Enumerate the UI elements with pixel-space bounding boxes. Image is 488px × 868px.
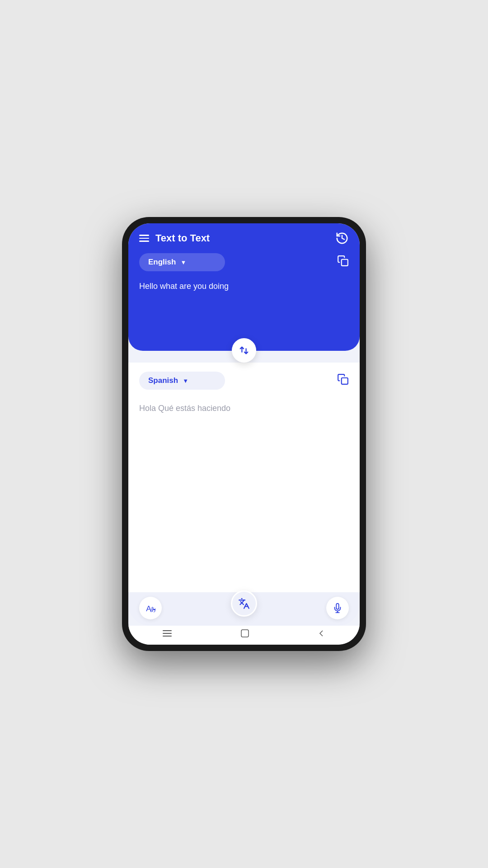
svg-rect-0 xyxy=(342,259,348,265)
history-icon[interactable] xyxy=(335,231,349,245)
source-language-chevron: ▼ xyxy=(180,259,186,266)
svg-rect-7 xyxy=(163,633,172,634)
target-language-selector[interactable]: Spanish ▼ xyxy=(139,372,225,390)
source-panel: Text to Text English ▼ xyxy=(128,223,360,351)
android-home-button[interactable] xyxy=(241,629,249,639)
source-text[interactable]: Hello what are you doing xyxy=(139,278,349,333)
svg-rect-1 xyxy=(342,377,348,384)
speak-button[interactable]: A あ xyxy=(139,597,162,619)
svg-rect-8 xyxy=(163,636,172,637)
target-panel: Spanish ▼ Hola Qué estás haciendo xyxy=(128,363,360,592)
android-back-button[interactable] xyxy=(318,630,325,639)
target-language-chevron: ▼ xyxy=(183,377,188,384)
source-language-row: English ▼ xyxy=(139,253,349,271)
android-nav-bar xyxy=(128,626,360,645)
menu-icon[interactable] xyxy=(139,235,149,242)
phone-shell: Text to Text English ▼ xyxy=(122,217,366,651)
target-language-label: Spanish xyxy=(148,376,178,385)
voice-input-button[interactable] xyxy=(326,597,349,619)
bottom-toolbar: A あ xyxy=(128,592,360,626)
android-menu-button[interactable] xyxy=(163,630,172,638)
source-language-selector[interactable]: English ▼ xyxy=(139,253,225,271)
app-title: Text to Text xyxy=(155,232,210,244)
target-language-row: Spanish ▼ xyxy=(139,372,349,390)
app-header: Text to Text xyxy=(139,223,349,253)
phone-screen: Text to Text English ▼ xyxy=(128,223,360,645)
translated-text: Hola Qué estás haciendo xyxy=(139,397,349,585)
copy-translation-icon[interactable] xyxy=(337,373,349,388)
svg-rect-6 xyxy=(163,630,172,631)
source-language-label: English xyxy=(148,258,176,267)
svg-rect-9 xyxy=(241,630,249,637)
copy-source-icon[interactable] xyxy=(337,255,349,270)
swap-languages-button[interactable] xyxy=(232,338,256,363)
swap-container xyxy=(128,338,360,363)
translate-button[interactable] xyxy=(231,590,257,617)
